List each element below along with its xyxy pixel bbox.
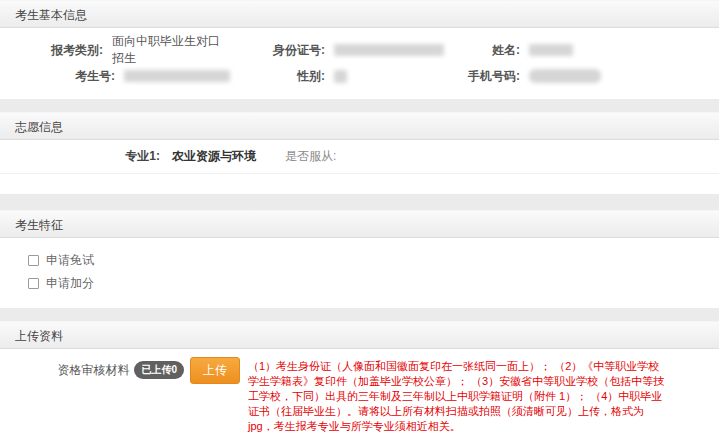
section-gap — [0, 194, 719, 210]
section-candidate-traits: 考生特征 申请免试 申请加分 — [0, 210, 719, 308]
field-exam-number: 考生号: — [0, 68, 230, 85]
phone-label: 手机号码: — [460, 68, 520, 85]
basic-info-body: 报考类别: 面向中职毕业生对口招生 身份证号: 姓名: 考生号: 性别: — [0, 28, 719, 99]
name-redacted-value — [529, 44, 573, 56]
obey-label: 是否服从: — [285, 148, 336, 165]
apply-exemption-label: 申请免试 — [46, 252, 94, 269]
field-name: 姓名: — [460, 42, 719, 59]
category-label: 报考类别: — [0, 42, 103, 59]
id-number-label: 身份证号: — [230, 42, 325, 59]
basic-info-row-2: 考生号: 性别: 手机号码: — [0, 63, 719, 89]
name-label: 姓名: — [460, 42, 520, 59]
category-value: 面向中职毕业生对口招生 — [112, 33, 230, 67]
section-preference-info: 志愿信息 专业1: 农业资源与环境 是否服从: — [0, 112, 719, 194]
basic-info-row-1: 报考类别: 面向中职毕业生对口招生 身份证号: 姓名: — [0, 37, 719, 63]
checkbox-apply-bonus-points[interactable] — [28, 278, 39, 289]
upload-notice-text: （1）考生身份证（人像面和国徽面复印在一张纸同一面上）； （2）《中等职业学校学… — [248, 357, 666, 434]
gender-redacted-value — [334, 70, 347, 83]
section-title-preference-info: 志愿信息 — [0, 112, 719, 140]
preference-body: 专业1: 农业资源与环境 是否服从: — [0, 140, 719, 194]
checkbox-apply-exemption[interactable] — [28, 255, 39, 266]
section-title-candidate-traits: 考生特征 — [0, 210, 719, 238]
section-basic-info: 考生基本信息 报考类别: 面向中职毕业生对口招生 身份证号: 姓名: 考生号: … — [0, 0, 719, 99]
section-upload-materials: 上传资料 资格审核材料 已上传0 上传 （1）考生身份证（人像面和国徽面复印在一… — [0, 321, 719, 438]
material-label: 资格审核材料 — [57, 362, 129, 379]
section-title-basic-info: 考生基本信息 — [0, 0, 719, 28]
upload-button[interactable]: 上传 — [190, 357, 240, 384]
field-gender: 性别: — [230, 68, 460, 85]
phone-redacted-value — [529, 69, 601, 83]
exemption-option-row: 申请免试 — [28, 250, 719, 270]
id-number-redacted-value — [334, 44, 444, 56]
major1-label: 专业1: — [0, 148, 160, 165]
bonus-option-row: 申请加分 — [28, 273, 719, 293]
upload-controls: 资格审核材料 已上传0 上传 — [0, 357, 240, 383]
empty-row — [0, 174, 719, 194]
field-id-number: 身份证号: — [230, 42, 460, 59]
major1-value: 农业资源与环境 — [172, 148, 285, 165]
apply-bonus-points-label: 申请加分 — [46, 275, 94, 292]
field-phone: 手机号码: — [460, 68, 719, 85]
gender-label: 性别: — [230, 68, 325, 85]
upload-body: 资格审核材料 已上传0 上传 （1）考生身份证（人像面和国徽面复印在一张纸同一面… — [0, 349, 719, 438]
exam-number-label: 考生号: — [0, 68, 115, 85]
major1-row: 专业1: 农业资源与环境 是否服从: — [0, 140, 719, 167]
uploaded-count-badge: 已上传0 — [134, 361, 184, 379]
section-gap — [0, 308, 719, 321]
field-category: 报考类别: 面向中职毕业生对口招生 — [0, 33, 230, 67]
section-gap — [0, 99, 719, 112]
section-title-upload-materials: 上传资料 — [0, 321, 719, 349]
exam-number-redacted-value — [124, 70, 230, 82]
traits-body: 申请免试 申请加分 — [0, 238, 719, 308]
